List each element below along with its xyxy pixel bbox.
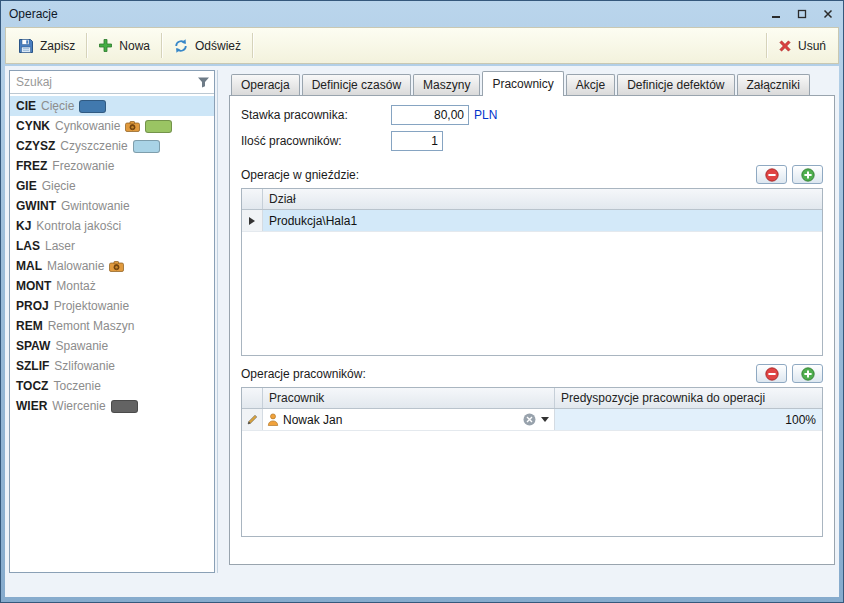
delete-button[interactable]: Usuń: [768, 28, 836, 63]
refresh-label: Odśwież: [195, 39, 241, 53]
operation-code: GIE: [16, 179, 37, 193]
window-controls: [769, 7, 835, 21]
clear-value-button[interactable]: [521, 413, 537, 426]
nest-section-label: Operacje w gnieździe:: [241, 168, 751, 182]
list-item-spaw[interactable]: SPAWSpawanie: [10, 336, 214, 356]
tab-operacja[interactable]: Operacja: [231, 74, 300, 95]
list-item-mont[interactable]: MONTMontaż: [10, 276, 214, 296]
dropdown-button[interactable]: [537, 417, 552, 422]
plus-icon: [98, 38, 113, 53]
close-button[interactable]: [821, 7, 835, 21]
maximize-button[interactable]: [795, 7, 809, 21]
operation-name: Gięcie: [42, 179, 76, 193]
add-circle-icon: [801, 168, 815, 182]
workers-count-label: Ilość pracowników:: [241, 134, 391, 148]
workers-section-header: Operacje pracowników:: [241, 364, 823, 383]
workers-section-label: Operacje pracowników:: [241, 367, 751, 381]
list-item-tocz[interactable]: TOCZToczenie: [10, 376, 214, 396]
operation-name: Spawanie: [55, 339, 108, 353]
tab-maszyny[interactable]: Maszyny: [413, 74, 480, 95]
list-item-gwint[interactable]: GWINTGwintowanie: [10, 196, 214, 216]
currency-label: PLN: [474, 108, 497, 122]
search-input[interactable]: [10, 71, 192, 93]
list-item-frez[interactable]: FREZFrezowanie: [10, 156, 214, 176]
rate-input[interactable]: [391, 105, 469, 125]
nest-grid-row[interactable]: Produkcja\Hala1: [242, 210, 822, 232]
workers-grid: Pracownik Predyspozycje pracownika do op…: [241, 387, 823, 537]
refresh-button[interactable]: Odśwież: [163, 28, 251, 63]
nest-remove-button[interactable]: [756, 165, 787, 184]
column-header-dzial[interactable]: Dział: [263, 189, 822, 209]
operation-code: SZLIF: [16, 359, 49, 373]
list-item-czysz[interactable]: CZYSZCzyszczenie: [10, 136, 214, 156]
operation-name: Gwintowanie: [61, 199, 130, 213]
new-button[interactable]: Nowa: [88, 28, 160, 63]
rate-field-row: Stawka pracownika: PLN: [241, 105, 823, 125]
operation-name: Montaż: [56, 279, 95, 293]
operation-name: Projektowanie: [54, 299, 129, 313]
column-header-pracownik[interactable]: Pracownik: [263, 388, 555, 408]
worker-remove-button[interactable]: [756, 364, 787, 383]
window-title: Operacje: [9, 7, 769, 21]
worker-add-button[interactable]: [792, 364, 823, 383]
operation-code: CYNK: [16, 119, 50, 133]
list-item-gie[interactable]: GIEGięcie: [10, 176, 214, 196]
operation-code: SPAW: [16, 339, 50, 353]
save-button[interactable]: Zapisz: [8, 28, 85, 63]
nest-add-button[interactable]: [792, 165, 823, 184]
workers-grid-empty-area: [242, 431, 822, 536]
nest-section-header: Operacje w gnieździe:: [241, 165, 823, 184]
detail-panel: OperacjaDefinicje czasówMaszynyPracownic…: [229, 70, 835, 573]
operation-code: REM: [16, 319, 43, 333]
app-window: Operacje Zapisz Nowa Odśwież: [0, 0, 844, 603]
operation-name: Szlifowanie: [54, 359, 115, 373]
list-item-mal[interactable]: MALMalowanie: [10, 256, 214, 276]
operation-name: Czyszczenie: [60, 139, 127, 153]
current-row-icon: [249, 217, 255, 225]
list-item-proj[interactable]: PROJProjektowanie: [10, 296, 214, 316]
camera-icon: [125, 121, 140, 132]
tab-definicje-czasów[interactable]: Definicje czasów: [302, 74, 411, 95]
row-selector-header: [242, 189, 263, 209]
panel-splitter[interactable]: [217, 70, 229, 573]
minimize-button[interactable]: [769, 7, 783, 21]
row-selector-header: [242, 388, 263, 408]
list-item-rem[interactable]: REMRemont Maszyn: [10, 316, 214, 336]
workers-grid-row[interactable]: Nowak Jan 100%: [242, 409, 822, 431]
list-item-las[interactable]: LASLaser: [10, 236, 214, 256]
toolbar-separator: [766, 33, 767, 58]
list-item-kj[interactable]: KJKontrola jakości: [10, 216, 214, 236]
operations-panel: CIECięcieCYNKCynkowanieCZYSZCzyszczenieF…: [9, 70, 215, 573]
refresh-icon: [173, 38, 189, 54]
operation-code: KJ: [16, 219, 31, 233]
nest-grid-header: Dział: [242, 189, 822, 210]
nest-grid: Dział Produkcja\Hala1: [241, 188, 823, 356]
worker-combo-editor[interactable]: Nowak Jan: [263, 409, 555, 430]
dzial-cell: Produkcja\Hala1: [263, 210, 822, 231]
color-swatch: [111, 400, 138, 413]
operation-code: GWINT: [16, 199, 56, 213]
workers-count-row: Ilość pracowników:: [241, 131, 823, 151]
remove-circle-icon: [765, 168, 779, 182]
operation-name: Frezowanie: [52, 159, 114, 173]
list-item-cynk[interactable]: CYNKCynkowanie: [10, 116, 214, 136]
column-header-predyspozycje[interactable]: Predyspozycje pracownika do operacji: [555, 388, 822, 408]
tab-pracownicy[interactable]: Pracownicy: [482, 71, 563, 96]
tab-akcje[interactable]: Akcje: [566, 74, 615, 95]
list-item-cie[interactable]: CIECięcie: [10, 96, 214, 116]
list-item-szlif[interactable]: SZLIFSzlifowanie: [10, 356, 214, 376]
toolbar-separator: [161, 33, 162, 58]
tab-content: Stawka pracownika: PLN Ilość pracowników…: [229, 95, 835, 565]
operation-code: WIER: [16, 399, 47, 413]
operation-name: Cynkowanie: [55, 119, 120, 133]
tab-załączniki[interactable]: Załączniki: [737, 74, 810, 95]
workers-count-input[interactable]: [391, 131, 443, 151]
tab-definicje-defektów[interactable]: Definicje defektów: [617, 74, 734, 95]
predyspozycja-cell: 100%: [555, 409, 822, 430]
person-icon: [267, 413, 279, 426]
operation-code: LAS: [16, 239, 40, 253]
color-swatch: [79, 100, 106, 113]
search-bar: [10, 71, 214, 94]
filter-button[interactable]: [192, 71, 214, 93]
list-item-wier[interactable]: WIERWiercenie: [10, 396, 214, 416]
